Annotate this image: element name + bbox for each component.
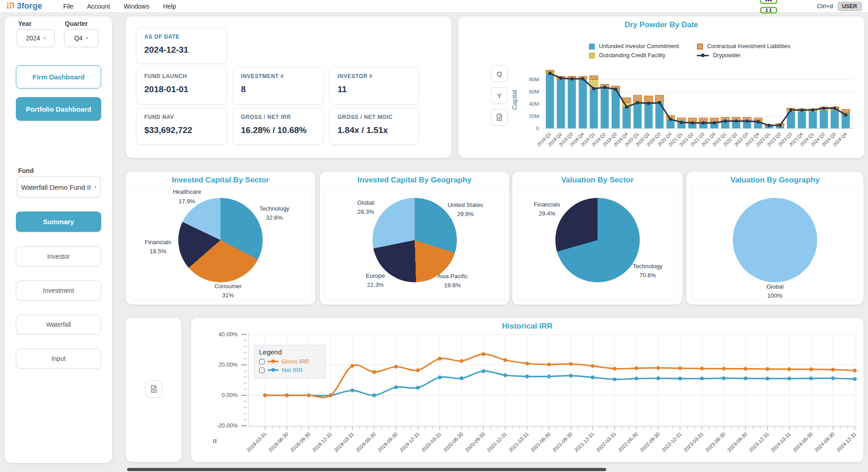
bar-unfunded	[557, 79, 565, 128]
invested-capital-by-geography-chart: United States29.9%Asia Pacific19.6%Europ…	[324, 186, 505, 300]
kpi-value: 1.84x / 1.51x	[338, 125, 411, 135]
dry-powder-legend: Unfunded Investor Commitment Outstanding…	[589, 42, 790, 60]
historical-irr-panel: Historical IRR 40.00%20.00%0.00%-20.00%2…	[191, 318, 863, 462]
year-select-value: 2024	[26, 34, 40, 42]
pie-circle[interactable]	[373, 198, 457, 282]
top-menu-bar: 3forge File Account Windows Help	[0, 0, 868, 13]
svg-text:60M: 60M	[529, 89, 539, 94]
legend-item-credit-facility[interactable]: Outstanding Credit Facility	[589, 51, 679, 60]
credit-facility-swatch-icon	[589, 53, 595, 59]
sidebar-item-investment[interactable]: Investment	[16, 280, 101, 300]
drypowder-line-swatch-icon	[697, 55, 709, 56]
server-status-icon[interactable]	[760, 0, 777, 6]
sidebar-item-waterfall[interactable]: Waterfall	[16, 315, 101, 334]
sidebar-item-investor[interactable]: Investor	[16, 246, 101, 266]
document-icon	[150, 385, 157, 393]
sidebar-item-summary[interactable]: Summary	[16, 211, 101, 232]
legend-label: Net IRR	[282, 367, 303, 374]
pie-circle[interactable]	[733, 198, 817, 282]
dp-y-axis-labels: 020M40M60M80M	[529, 77, 539, 131]
legend-label: Contractual Investment Liabilities	[707, 43, 790, 49]
kpi-card-fund-nav: FUND NAV $33,692,722	[136, 108, 227, 145]
export-report-button[interactable]	[491, 109, 508, 126]
kpi-card-investment-count: INVESTMENT # 8	[233, 67, 324, 104]
kpi-label: FUND NAV	[144, 114, 219, 120]
svg-text:2022-09-30: 2022-09-30	[639, 431, 661, 453]
pie-title: Invested Capital By Sector	[126, 176, 315, 185]
menu-item-account[interactable]: Account	[87, 3, 110, 10]
bar-liabilities	[644, 96, 652, 102]
menu-item-help[interactable]: Help	[163, 3, 176, 10]
bar-liabilities	[633, 95, 642, 102]
svg-text:2022-12-31: 2022-12-31	[661, 431, 682, 453]
svg-text:40M: 40M	[529, 101, 539, 107]
yearly-view-button[interactable]: Y	[491, 87, 508, 104]
svg-text:80M: 80M	[529, 77, 539, 82]
legend-item-net-irr[interactable]: Net IRR	[259, 366, 321, 374]
horizontal-scrollbar[interactable]	[127, 468, 606, 471]
gross-irr-checkbox[interactable]	[259, 359, 265, 364]
svg-text:2024-03-31: 2024-03-31	[770, 431, 792, 453]
users-status-icon[interactable]	[760, 7, 777, 15]
bar-unfunded	[612, 90, 620, 128]
bar-unfunded	[633, 103, 642, 128]
legend-item-liabilities[interactable]: Contractual Investment Liabilities	[697, 42, 790, 51]
pie-slice-label: Healthcare17.9%	[172, 187, 201, 206]
svg-text:2023-12-31: 2023-12-31	[748, 431, 770, 453]
bar-unfunded	[820, 110, 828, 129]
pie-slice-label: Technology70.6%	[633, 262, 663, 280]
svg-text:2019-09-30: 2019-09-30	[377, 431, 398, 453]
dp-y-axis-title: Capital	[511, 90, 518, 110]
export-report-button[interactable]	[145, 380, 162, 398]
kpi-label: INVESTOR #	[338, 73, 411, 79]
unfunded-swatch-icon	[589, 44, 595, 49]
legend-label: Unfunded Investor Commitment	[599, 43, 679, 49]
year-label: Year	[18, 20, 32, 27]
kpi-value: 2018-01-01	[144, 84, 219, 94]
kpi-label: GROSS / NET MOIC	[338, 114, 411, 120]
portfolio-dashboard-button[interactable]: Portfolio Dashboard	[16, 97, 101, 121]
liabilities-swatch-icon	[697, 44, 703, 49]
bar-liabilities	[590, 76, 598, 79]
menu-item-file[interactable]: File	[63, 3, 74, 10]
user-badge[interactable]: USER	[838, 2, 862, 11]
legend-item-unfunded[interactable]: Unfunded Investor Commitment	[589, 42, 679, 51]
firm-dashboard-button[interactable]: Firm Dashboard	[16, 65, 101, 88]
svg-text:2019-03-31: 2019-03-31	[333, 431, 355, 453]
menu-bar: File Account Windows Help	[63, 3, 176, 10]
app-logo[interactable]: 3forge	[6, 1, 42, 11]
legend-item-gross-irr[interactable]: Gross IRR	[259, 357, 321, 366]
bar-unfunded	[831, 110, 839, 129]
net-irr-checkbox[interactable]	[259, 368, 265, 373]
kpi-card-fund-launch: FUND LAUNCH 2018-01-01	[136, 67, 227, 104]
chevron-down-icon: ▾	[86, 36, 88, 40]
quarterly-view-button[interactable]: Q	[491, 65, 508, 82]
chevron-down-icon: ▾	[94, 185, 97, 189]
pie-slice-label: Global100%	[766, 282, 784, 300]
pie-slice-label: Europe22.3%	[366, 271, 385, 289]
invested-capital-by-geography-panel: Invested Capital By Geography United Sta…	[320, 172, 509, 305]
bar-liabilities	[688, 118, 696, 122]
svg-text:2022-03-31: 2022-03-31	[595, 431, 617, 453]
pie-circle[interactable]	[178, 198, 263, 282]
svg-text:2021-03-31: 2021-03-31	[508, 431, 530, 453]
bar-unfunded	[644, 103, 652, 128]
svg-text:2024-12-31: 2024-12-31	[835, 431, 857, 453]
kpi-card-irr: GROSS / NET IRR 16.28% / 10.68%	[233, 108, 324, 145]
valuation-by-sector-chart: Technology70.6%Financials29.4%	[517, 186, 678, 300]
bar-unfunded	[590, 88, 598, 128]
year-select[interactable]: 2024 ▾	[17, 29, 55, 47]
legend-label: Drypowder	[713, 52, 740, 59]
quarter-select[interactable]: Q4 ▾	[64, 29, 98, 47]
bar-unfunded	[798, 111, 806, 128]
fund-select[interactable]: Waterfall Demo Fund II ▾	[17, 177, 101, 197]
kpi-value: 16.28% / 10.68%	[241, 125, 315, 135]
svg-text:-20.00%: -20.00%	[216, 423, 238, 429]
legend-item-drypowder[interactable]: Drypowder	[697, 51, 790, 60]
pie-circle[interactable]	[555, 198, 640, 282]
menu-item-windows[interactable]: Windows	[123, 3, 149, 10]
kpi-card-moic: GROSS / NET MOIC 1.84x / 1.51x	[329, 108, 419, 145]
valuation-by-geography-chart: Global100%	[691, 186, 859, 300]
kpi-value: 8	[241, 84, 315, 94]
sidebar-item-input[interactable]: Input	[16, 349, 101, 369]
